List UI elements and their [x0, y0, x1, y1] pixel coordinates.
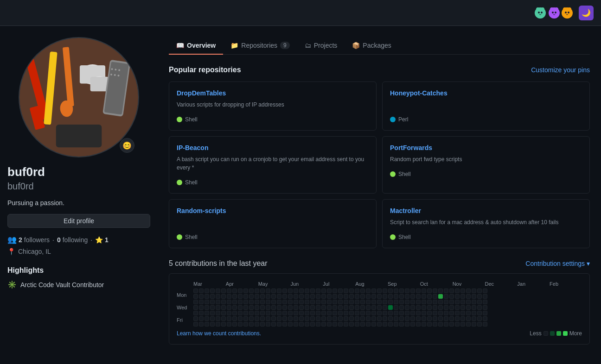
contrib-cell	[455, 300, 460, 304]
contrib-cell	[282, 289, 287, 293]
contrib-week-20	[305, 289, 309, 326]
contrib-cell	[344, 300, 348, 304]
contrib-cell	[483, 305, 487, 310]
stars-count: 1	[105, 236, 109, 244]
lang-label-1: Perl	[398, 116, 408, 123]
tab-overview[interactable]: 📖 Overview	[169, 37, 223, 55]
repo-card-1[interactable]: Honeypot-Catches Perl	[382, 82, 590, 131]
contrib-week-7	[232, 289, 237, 326]
edit-profile-button[interactable]: Edit profile	[7, 214, 150, 228]
contrib-cell	[433, 294, 437, 299]
contrib-cell	[366, 305, 371, 310]
tab-packages[interactable]: 📦 Packages	[345, 37, 398, 55]
contrib-cell	[383, 322, 387, 326]
contrib-cell	[410, 305, 415, 310]
contrib-cell	[205, 300, 209, 304]
followers-label: followers	[24, 236, 50, 244]
contrib-week-0	[193, 289, 198, 326]
contributions-graph-container: Mar Apr May Jun Jul Aug Sep Oct Nov Dec …	[169, 273, 590, 345]
contrib-cell	[416, 300, 421, 304]
legend-cell-1	[550, 331, 555, 336]
contrib-cell	[366, 289, 371, 293]
contrib-cell	[310, 311, 315, 315]
content-area: 📖 Overview 📁 Repositories 9 🗂 Projects 📦…	[158, 26, 601, 345]
contrib-cell	[427, 311, 432, 315]
contrib-cell	[483, 316, 487, 321]
repo-card-5[interactable]: Mactroller Script to search lan for a ma…	[382, 199, 590, 248]
contrib-cell	[416, 322, 421, 326]
contrib-cell	[427, 294, 432, 299]
contrib-cell	[216, 305, 220, 310]
contrib-cell	[271, 316, 276, 321]
month-label-oct: Oct	[420, 281, 453, 287]
contrib-cell	[199, 294, 204, 299]
contrib-cell	[260, 294, 265, 299]
contrib-cell	[282, 322, 287, 326]
contrib-cell	[305, 311, 309, 315]
contrib-cell	[477, 300, 482, 304]
day-labels: Mon Wed Fri	[177, 289, 192, 326]
month-label-dec: Dec	[485, 281, 517, 287]
contrib-cell	[405, 305, 409, 310]
contrib-cell	[449, 305, 454, 310]
contrib-grid	[193, 289, 582, 326]
svg-point-1	[536, 7, 540, 11]
contrib-cell	[360, 311, 365, 315]
contrib-cell	[282, 300, 287, 304]
contrib-cell	[327, 289, 332, 293]
contrib-cell	[332, 300, 337, 304]
contrib-week-37	[399, 289, 404, 326]
repo-card-2[interactable]: IP-Beacon A bash script you can run on a…	[169, 136, 377, 194]
contrib-cell	[210, 311, 215, 315]
repo-lang-2: Shell	[177, 179, 369, 186]
tab-projects[interactable]: 🗂 Projects	[297, 37, 345, 55]
contrib-cell	[377, 305, 382, 310]
contrib-cell	[238, 305, 243, 310]
contrib-cell	[477, 305, 482, 310]
contrib-cell	[316, 305, 320, 310]
dark-mode-button[interactable]: 🌙	[579, 6, 594, 20]
contrib-cell	[416, 316, 421, 321]
username-display: buf0rd	[7, 165, 150, 179]
contrib-week-6	[227, 289, 231, 326]
contrib-cell	[349, 294, 354, 299]
repo-card-3[interactable]: PortForwards Random port fwd type script…	[382, 136, 590, 194]
contributions-header: 5 contributions in the last year Contrib…	[169, 259, 590, 268]
contrib-cell	[383, 300, 387, 304]
contrib-cell	[371, 289, 376, 293]
contrib-cell	[405, 289, 409, 293]
contrib-cell	[282, 305, 287, 310]
contrib-cell	[472, 322, 476, 326]
popular-repos-title: Popular repositories	[169, 66, 241, 74]
contrib-cell	[416, 289, 421, 293]
tab-repositories[interactable]: 📁 Repositories 9	[223, 37, 297, 55]
following-count-link[interactable]: 0	[57, 236, 61, 244]
contrib-cell	[249, 300, 254, 304]
contrib-cell	[299, 300, 304, 304]
repo-name-1: Honeypot-Catches	[390, 89, 582, 97]
contrib-cell	[199, 311, 204, 315]
contrib-cell	[316, 311, 320, 315]
contrib-cell	[316, 289, 320, 293]
learn-contributions-link[interactable]: Learn how we count contributions.	[177, 330, 261, 337]
customize-pins-link[interactable]: Customize your pins	[531, 66, 590, 74]
repo-card-4[interactable]: Random-scripts Shell	[169, 199, 377, 248]
avatar-emoji-button[interactable]: 😊	[120, 138, 134, 153]
contrib-cell	[232, 311, 237, 315]
location-icon: 📍	[7, 248, 15, 255]
contrib-cell	[427, 316, 432, 321]
followers-count-link[interactable]: 2	[19, 236, 22, 244]
contrib-cell	[399, 305, 404, 310]
contrib-cell	[349, 289, 354, 293]
contrib-cell	[321, 305, 326, 310]
contrib-cell	[205, 322, 209, 326]
contrib-cell	[216, 294, 220, 299]
contrib-cell	[321, 289, 326, 293]
contrib-cell	[310, 322, 315, 326]
contribution-settings-button[interactable]: Contribution settings ▾	[525, 260, 590, 267]
contrib-cell	[472, 305, 476, 310]
contrib-cell	[410, 311, 415, 315]
lang-dot-4	[177, 234, 182, 240]
location-text: Chicago, IL	[18, 248, 51, 255]
repo-card-0[interactable]: DropDemTables Various scripts for droppi…	[169, 82, 377, 131]
